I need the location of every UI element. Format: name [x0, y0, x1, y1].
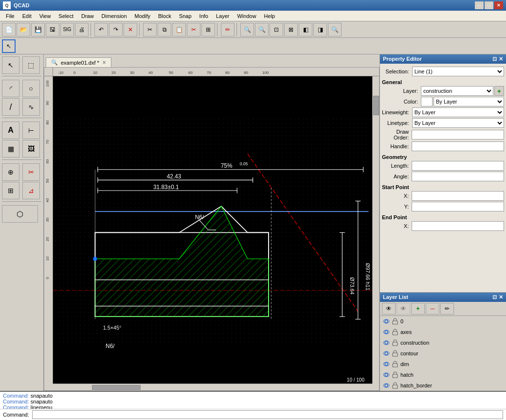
layer-lock-toggle[interactable] [391, 328, 399, 336]
tool-layers[interactable]: ⊞ [2, 182, 19, 199]
layer-visibility-toggle[interactable] [382, 360, 391, 368]
menu-draw[interactable]: Draw [77, 12, 98, 20]
layer-lock-toggle[interactable] [391, 338, 399, 347]
pe-length-input[interactable]: 120 [412, 161, 504, 171]
menu-select[interactable]: Select [54, 12, 77, 20]
tb-pencil[interactable]: ✏ [221, 23, 235, 36]
menu-block[interactable]: Block [154, 12, 175, 20]
layer-row[interactable]: contour [380, 348, 506, 359]
canvas-viewport[interactable]: 75% 0.05 42.43 31.83±0.1 [53, 76, 379, 384]
pe-restore-button[interactable]: ⊡ [492, 56, 497, 62]
drawing-tab[interactable]: 🔍 example01.dxf * ✕ [46, 57, 111, 67]
layer-row[interactable]: 0 [380, 316, 506, 327]
command-input[interactable] [32, 410, 503, 419]
tb-save[interactable]: 💾 [31, 23, 45, 36]
tool-line[interactable]: / [2, 98, 19, 116]
ll-restore-button[interactable]: ⊡ [492, 294, 497, 300]
hscroll-thumb[interactable] [92, 385, 141, 390]
tb-saveas[interactable]: 🖫 [46, 23, 59, 36]
tb-zoom-opts[interactable]: 🔍 [328, 23, 342, 36]
layer-lock-toggle[interactable] [391, 360, 399, 368]
menu-info[interactable]: Info [196, 12, 212, 20]
tb-zoom-window[interactable]: ⊡ [270, 23, 283, 36]
tb-paste[interactable]: 📋 [172, 23, 186, 36]
pe-linetype-select[interactable]: By Layer [412, 118, 504, 128]
vertical-scrollbar[interactable] [372, 76, 379, 384]
tab-close-button[interactable]: ✕ [102, 60, 106, 65]
layer-row[interactable]: hatch [380, 369, 506, 380]
tool-image[interactable]: 🖼 [22, 140, 40, 158]
ll-hide-all-button[interactable]: 👁 [397, 303, 410, 315]
tb-zoom-in[interactable]: 🔍 [240, 23, 254, 36]
pe-ep-x-input[interactable]: 120 [412, 221, 504, 231]
tb-new[interactable]: 📄 [2, 23, 16, 36]
tb-redo[interactable]: ↷ [109, 23, 123, 36]
pe-close-button[interactable]: ✕ [499, 56, 503, 62]
layer-visibility-toggle[interactable] [382, 338, 391, 347]
menu-window[interactable]: Window [233, 12, 260, 20]
menu-view[interactable]: View [36, 12, 55, 20]
tb-print[interactable]: 🖨 [75, 23, 89, 36]
layer-row[interactable]: dim [380, 359, 506, 369]
tb-zoom-out[interactable]: 🔍 [255, 23, 269, 36]
layer-visibility-toggle[interactable] [382, 381, 391, 390]
pe-sp-y-input[interactable]: 36.82 [412, 202, 504, 211]
pe-draworder-input[interactable]: 30 [412, 130, 504, 140]
layer-row[interactable]: axes [380, 327, 506, 337]
pe-layer-select[interactable]: construction [421, 86, 493, 96]
maximize-button[interactable]: □ [485, 1, 493, 9]
layer-row[interactable]: construction [380, 337, 506, 348]
pe-selection-select[interactable]: Line (1) [412, 67, 504, 76]
tb-zoom-prev[interactable]: ◧ [299, 23, 312, 36]
layer-visibility-toggle[interactable] [382, 317, 391, 326]
minimize-button[interactable]: ─ [475, 1, 484, 9]
tool-select-region[interactable]: ⬚ [22, 56, 40, 74]
tool-arc[interactable]: ◜ [2, 80, 19, 97]
tool-text[interactable]: A [2, 122, 19, 139]
layer-visibility-toggle[interactable] [382, 370, 391, 379]
tool-trim[interactable]: ✂ [22, 163, 40, 181]
tb-delete[interactable]: ✕ [124, 23, 137, 36]
pe-sp-x-input[interactable]: 0 [412, 191, 504, 201]
tb-cut[interactable]: ✂ [143, 23, 157, 36]
horizontal-scrollbar[interactable] [53, 384, 372, 390]
tb-select-arrow[interactable]: ↖ [2, 39, 16, 53]
tool-snap[interactable]: ⊕ [2, 163, 19, 181]
layer-row[interactable]: hatch_border [380, 380, 506, 391]
tb-zoom-fit[interactable]: ⊠ [284, 23, 298, 36]
tb-copy[interactable]: ⧉ [158, 23, 171, 36]
tool-select-arrow[interactable]: ↖ [2, 56, 19, 74]
tool-dimension[interactable]: ⊢ [22, 122, 40, 139]
tb-cut2[interactable]: ✂ [187, 23, 200, 36]
layer-visibility-toggle[interactable] [382, 349, 391, 358]
tool-hatch[interactable]: ▦ [2, 140, 19, 158]
layer-lock-toggle[interactable] [391, 381, 399, 390]
layer-lock-toggle[interactable] [391, 370, 399, 379]
pe-color-select[interactable]: By Layer [434, 97, 504, 106]
tb-open[interactable]: 📂 [17, 23, 30, 36]
vscroll-thumb[interactable] [373, 96, 379, 115]
ll-edit-layer-button[interactable]: ✏ [440, 303, 454, 315]
tool-curve[interactable]: ∿ [22, 98, 40, 116]
menu-edit[interactable]: Edit [18, 12, 36, 20]
pe-lineweight-select[interactable]: By Layer [412, 107, 504, 117]
menu-modify[interactable]: Modify [131, 12, 154, 20]
tb-undo[interactable]: ↶ [94, 23, 108, 36]
tool-3d[interactable]: ⬡ [2, 205, 38, 223]
close-button[interactable]: ✕ [494, 1, 503, 9]
menu-file[interactable]: File [2, 12, 18, 20]
menu-snap[interactable]: Snap [175, 12, 196, 20]
layer-lock-toggle[interactable] [391, 349, 399, 358]
menu-help[interactable]: Help [260, 12, 279, 20]
pe-handle-input[interactable]: 0x70 [412, 141, 504, 151]
ll-close-button[interactable]: ✕ [499, 294, 503, 300]
tb-copy2[interactable]: ⊞ [201, 23, 215, 36]
tb-preview[interactable]: SIG [60, 23, 74, 36]
tb-zoom-next[interactable]: ◨ [313, 23, 327, 36]
pe-layer-add-button[interactable]: + [494, 86, 504, 96]
ll-show-all-button[interactable]: 👁 [382, 303, 396, 315]
pe-angle-input[interactable]: 0 [412, 172, 504, 181]
layer-visibility-toggle[interactable] [382, 328, 391, 336]
menu-dimension[interactable]: Dimension [98, 12, 131, 20]
tool-properties[interactable]: ⊿ [22, 182, 40, 199]
